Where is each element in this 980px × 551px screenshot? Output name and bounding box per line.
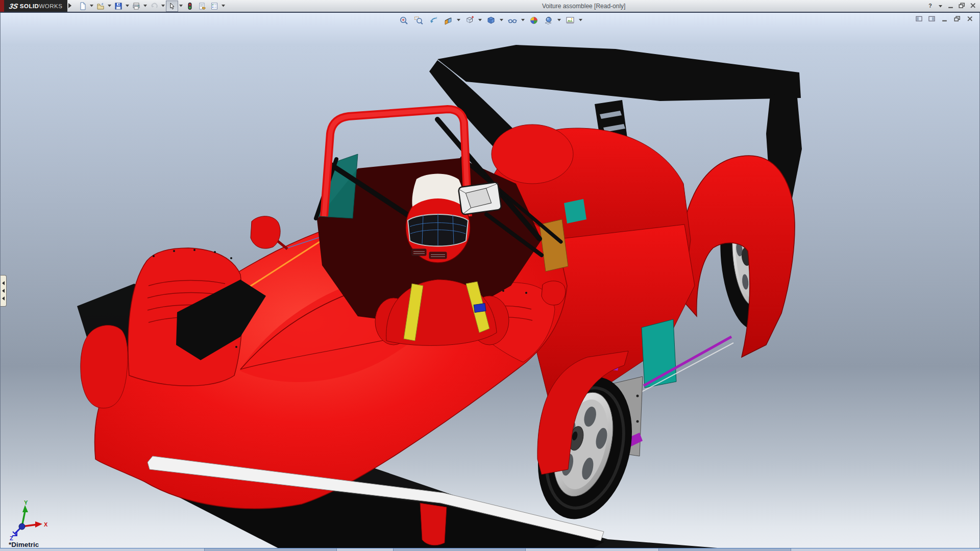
file-properties-icon — [198, 2, 206, 10]
apply-scene-button[interactable] — [542, 14, 555, 27]
section-view-dropdown-arrow-icon[interactable] — [456, 15, 461, 26]
view-settings-icon — [566, 16, 575, 25]
section-view-button[interactable] — [441, 14, 455, 27]
window-controls: ? — [926, 1, 977, 11]
hide-show-items-button[interactable] — [505, 14, 519, 27]
zoom-to-area-button[interactable] — [411, 14, 425, 27]
orientation-triad: Y X Z — [6, 500, 57, 541]
file-properties-button[interactable] — [196, 1, 208, 12]
open-document-icon — [96, 2, 105, 10]
new-document-icon — [79, 2, 87, 10]
hide-show-items-icon — [508, 16, 517, 25]
save-button[interactable] — [112, 1, 125, 12]
previous-view-icon — [429, 16, 438, 25]
close-window-icon — [970, 2, 976, 11]
new-document-dropdown-arrow-icon[interactable] — [89, 1, 94, 11]
solidworks-wordmark: SOLIDWORKS — [20, 3, 63, 9]
collapse-arrow-icon — [2, 289, 5, 293]
document-title: Voiture assomblee [Read-only] — [542, 3, 625, 10]
display-style-dropdown-arrow-icon[interactable] — [499, 15, 504, 26]
svg-text:?: ? — [928, 3, 932, 9]
view-orientation-icon — [465, 16, 474, 25]
document-window-controls — [915, 15, 974, 23]
rebuild-traffic-light-icon — [186, 2, 194, 10]
help-dropdown-arrow-icon[interactable] — [938, 1, 943, 11]
view-orientation-button[interactable] — [462, 14, 476, 27]
options-checklist-dropdown-arrow-icon[interactable] — [220, 1, 226, 11]
select-cursor-icon — [168, 2, 176, 10]
svg-text:Y: Y — [24, 500, 28, 506]
solidworks-logo: 3S SOLIDWORKS — [4, 0, 67, 12]
zoom-to-fit-button[interactable] — [397, 14, 410, 27]
undo-icon — [150, 2, 158, 10]
new-document-button[interactable] — [77, 1, 89, 12]
collapse-arrow-icon — [2, 281, 5, 285]
open-document-button[interactable] — [94, 1, 107, 12]
main-toolbar — [77, 1, 226, 11]
select-cursor-button[interactable] — [166, 1, 178, 12]
triad-x-axis: X — [22, 521, 48, 528]
minimize-document-icon — [941, 15, 948, 24]
minimize-document-button[interactable] — [940, 15, 949, 23]
restore-document-icon — [954, 15, 961, 24]
help-button[interactable]: ? — [926, 2, 934, 10]
heads-up-view-toolbar — [397, 14, 583, 27]
select-cursor-dropdown-arrow-icon[interactable] — [178, 1, 184, 11]
svg-text:X: X — [44, 521, 48, 528]
collapse-feature-pane-button[interactable] — [915, 15, 923, 23]
minimize-window-button[interactable] — [947, 2, 954, 10]
screen-edge-strip — [0, 0, 4, 12]
solidworks-3s-icon: 3S — [8, 2, 19, 10]
zoom-to-fit-icon — [399, 16, 408, 25]
expand-feature-pane-button[interactable] — [927, 15, 936, 23]
rebuild-traffic-light-button[interactable] — [184, 1, 196, 12]
view-orientation-label: *Dimetric — [9, 541, 39, 548]
undo-button[interactable] — [148, 1, 160, 12]
options-checklist-button[interactable] — [208, 1, 220, 12]
car-model-render[interactable] — [1, 13, 980, 548]
close-document-button[interactable] — [966, 15, 974, 23]
restore-document-button[interactable] — [953, 15, 962, 23]
collapse-arrow-icon — [2, 296, 5, 300]
triad-origin — [19, 523, 25, 530]
display-style-icon — [486, 16, 496, 25]
harness-buckle — [474, 304, 486, 313]
apply-scene-dropdown-arrow-icon[interactable] — [556, 15, 562, 26]
title-bar: 3S SOLIDWORKS Voiture assomblee [Read-on… — [0, 0, 980, 13]
display-style-button[interactable] — [484, 14, 498, 27]
intake-box — [458, 182, 502, 215]
help-icon: ? — [927, 2, 934, 11]
minimize-window-icon — [947, 2, 954, 11]
graphics-viewport[interactable]: Y X Z *Dimetric — [0, 13, 980, 548]
section-view-icon — [444, 16, 453, 25]
toolbar-expand-arrow-icon[interactable] — [68, 3, 71, 8]
triad-y-axis: Y — [22, 500, 28, 527]
taskbar-sliver — [0, 548, 980, 551]
open-document-dropdown-arrow-icon[interactable] — [107, 1, 112, 11]
view-settings-dropdown-arrow-icon[interactable] — [578, 15, 583, 26]
view-settings-button[interactable] — [563, 14, 577, 27]
expand-feature-pane-icon — [928, 15, 935, 24]
left-mirror — [251, 216, 280, 248]
edit-appearance-button[interactable] — [527, 14, 541, 27]
print-icon — [132, 2, 140, 10]
save-dropdown-arrow-icon[interactable] — [125, 1, 130, 11]
edit-appearance-icon — [529, 16, 538, 25]
svg-text:Z: Z — [10, 535, 13, 541]
close-document-icon — [967, 15, 973, 24]
view-orientation-dropdown-arrow-icon[interactable] — [477, 15, 483, 26]
hide-show-items-dropdown-arrow-icon[interactable] — [520, 15, 526, 26]
feature-manager-collapsed-tab[interactable] — [1, 275, 7, 307]
restore-window-icon — [959, 2, 965, 11]
zoom-to-area-icon — [414, 16, 423, 25]
print-dropdown-arrow-icon[interactable] — [142, 1, 148, 11]
undo-dropdown-arrow-icon[interactable] — [160, 1, 166, 11]
previous-view-button[interactable] — [426, 14, 440, 27]
print-button[interactable] — [130, 1, 142, 12]
close-window-button[interactable] — [969, 2, 977, 10]
right-mirror — [542, 281, 566, 305]
restore-window-button[interactable] — [958, 2, 966, 10]
save-icon — [114, 2, 122, 10]
collapse-feature-pane-icon — [916, 15, 922, 24]
apply-scene-icon — [544, 16, 553, 25]
